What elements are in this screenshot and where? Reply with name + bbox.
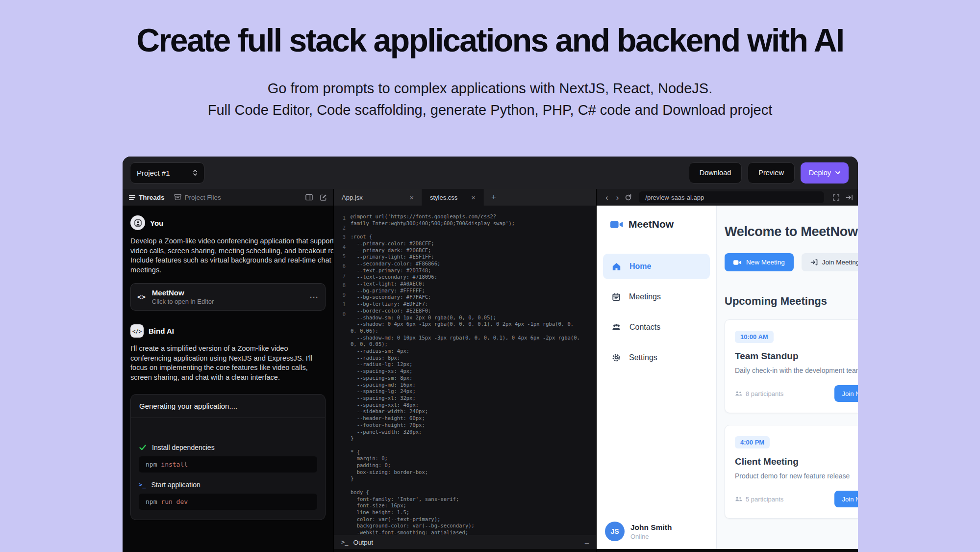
browser-navbar: ‹ › /preview-saas-ai.app	[597, 189, 858, 206]
meeting-footer: 8 participants Join Now	[735, 385, 858, 402]
hamburger-icon	[129, 195, 135, 200]
tab-label: styles.css	[430, 194, 457, 201]
join-now-button[interactable]: Join Now	[834, 491, 858, 507]
split-view-icon[interactable]	[305, 194, 313, 201]
meeting-title: Team Standup	[735, 351, 858, 362]
select-up-down-icon	[193, 169, 198, 177]
generating-steps: Install dependencies npm install >_ Star…	[131, 418, 325, 520]
nav-item-home[interactable]: Home	[603, 254, 710, 279]
step-install-dependencies: Install dependencies	[139, 444, 317, 451]
generating-card: Generating your application.... Install …	[130, 394, 326, 520]
user-profile[interactable]: JS John Smith Online	[603, 514, 710, 541]
preview-button[interactable]: Preview	[748, 162, 795, 184]
project-select[interactable]: Project #1	[130, 162, 204, 184]
participants-icon	[735, 496, 742, 502]
hero-subtitle-line2: Full Code Editor, Code scaffolding, gene…	[0, 102, 980, 118]
terminal-icon: >_	[341, 539, 348, 546]
join-now-button[interactable]: Join Now	[834, 385, 858, 402]
artifact-text: MeetNow Click to open in Editor	[152, 289, 214, 305]
editor-tabbar: App.jsx × styles.css × +	[334, 189, 596, 206]
threads-label: Threads	[139, 194, 165, 201]
command-block: npm run dev	[139, 494, 317, 510]
step-start-application: >_ Start application	[139, 481, 317, 489]
enter-arrow-icon	[810, 259, 818, 265]
meetnow-brand: MeetNow	[603, 218, 710, 230]
chat-header-icons	[305, 194, 327, 201]
meeting-description: Product demo for new feature release	[735, 472, 858, 480]
forward-icon[interactable]: ›	[612, 193, 623, 202]
button-label: Join Meeting	[822, 259, 858, 266]
time-badge: 4:00 PM	[735, 436, 770, 448]
deploy-button[interactable]: Deploy	[801, 162, 849, 184]
avatar: JS	[605, 522, 625, 541]
chat-panel: Threads Project Files You	[123, 189, 334, 552]
participants-icon	[735, 391, 742, 396]
participants-label: 8 participants	[746, 390, 783, 397]
editor-tab-stylescss[interactable]: styles.css ×	[422, 189, 484, 206]
check-icon	[139, 444, 147, 451]
new-meeting-button[interactable]: New Meeting	[725, 253, 794, 271]
join-meeting-button[interactable]: Join Meeting	[802, 253, 858, 271]
minimize-icon[interactable]: –	[585, 538, 589, 547]
preview-pane: ‹ › /preview-saas-ai.app MeetNow	[597, 189, 858, 552]
participants: 5 participants	[735, 496, 783, 503]
artifact-card[interactable]: <> MeetNow Click to open in Editor ···	[130, 283, 326, 311]
code-editor: App.jsx × styles.css × + 12345678910 @im…	[334, 189, 597, 552]
welcome-title: Welcome to MeetNow	[725, 224, 858, 239]
open-external-icon[interactable]	[846, 194, 853, 201]
artifact-title: MeetNow	[152, 289, 214, 297]
window-body: Threads Project Files You	[123, 189, 858, 552]
code-area: 12345678910 @import url('https://fonts.g…	[334, 206, 596, 535]
meetnow-main: Welcome to MeetNow New Meeting Join Meet…	[717, 206, 858, 549]
close-icon[interactable]: ×	[471, 193, 476, 202]
project-select-value: Project #1	[137, 169, 170, 177]
nav-item-contacts[interactable]: Contacts	[603, 315, 710, 340]
preview-app: MeetNow Home Meetings Cont	[597, 206, 858, 549]
artifact-subtitle: Click to open in Editor	[152, 298, 214, 305]
download-button[interactable]: Download	[689, 162, 742, 184]
brand-name: MeetNow	[628, 218, 674, 230]
new-thread-icon[interactable]	[320, 194, 327, 201]
more-options-icon[interactable]: ···	[310, 293, 319, 301]
command-arg: install	[161, 461, 188, 468]
nav-label: Home	[629, 262, 651, 271]
fullscreen-icon[interactable]	[833, 194, 839, 201]
meetnow-nav: Home Meetings Contacts Settings	[603, 254, 710, 375]
refresh-icon[interactable]	[625, 194, 632, 201]
participants-label: 5 participants	[746, 496, 783, 503]
assistant-message: I'll create a simplified version of a Zo…	[130, 344, 330, 382]
status-text: Online	[630, 533, 672, 540]
hero-title: Create full stack applications and backe…	[0, 22, 980, 59]
code-icon: <>	[137, 293, 146, 301]
output-bar[interactable]: >_ Output –	[334, 535, 596, 549]
assistant-name: Bind AI	[149, 327, 174, 335]
meetnow-sidebar: MeetNow Home Meetings Cont	[597, 206, 717, 549]
tab-threads[interactable]: Threads	[129, 194, 165, 201]
window-bottom-strip	[597, 549, 858, 552]
hero: Create full stack applications and backe…	[0, 0, 980, 118]
button-label: New Meeting	[746, 259, 785, 266]
terminal-icon: >_	[139, 481, 146, 488]
user-info: John Smith Online	[630, 523, 672, 540]
topbar-actions: Download Preview Deploy	[689, 162, 849, 184]
new-tab-button[interactable]: +	[484, 189, 503, 206]
user-name: John Smith	[630, 523, 672, 532]
nav-item-meetings[interactable]: Meetings	[603, 284, 710, 310]
command-arg: run dev	[161, 498, 188, 505]
generating-title: Generating your application....	[131, 394, 325, 418]
code-lines: @import url('https://fonts.googleapis.co…	[351, 213, 580, 535]
tab-project-files[interactable]: Project Files	[174, 194, 221, 201]
editor-tab-appjsx[interactable]: App.jsx ×	[334, 189, 422, 206]
chevron-down-icon	[835, 171, 840, 175]
url-bar[interactable]: /preview-saas-ai.app	[639, 191, 824, 203]
meeting-actions: New Meeting Join Meeting	[725, 253, 858, 271]
calendar-icon	[612, 292, 621, 301]
gear-icon	[612, 353, 621, 362]
meeting-title: Client Meeting	[735, 456, 858, 467]
nav-item-settings[interactable]: Settings	[603, 345, 710, 370]
close-icon[interactable]: ×	[409, 193, 414, 202]
app-window: Project #1 Download Preview Deploy Threa…	[123, 157, 858, 552]
back-icon[interactable]: ‹	[602, 193, 612, 202]
user-message: Develop a Zoom-like video conferencing a…	[130, 237, 333, 275]
chat-thread: You Develop a Zoom-like video conferenci…	[123, 206, 333, 552]
